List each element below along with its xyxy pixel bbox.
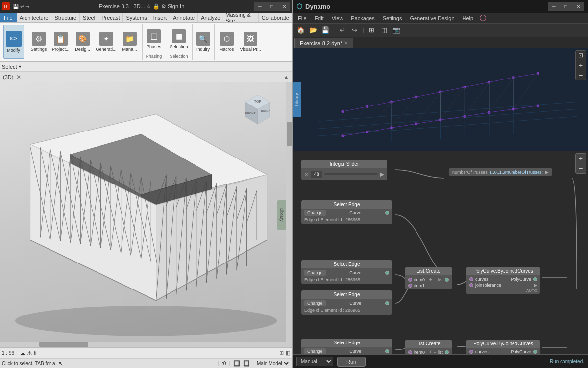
connection-lines xyxy=(293,151,588,354)
zoom-in-btn[interactable]: + xyxy=(576,60,586,70)
tab-analyze[interactable]: Analyze xyxy=(198,13,223,22)
select-edge-4-node[interactable]: Select Edge Change Curve Edge of Element… xyxy=(301,339,392,354)
settings-btn[interactable]: ⚙ Settings xyxy=(28,31,49,53)
save-btn[interactable]: 💾 xyxy=(13,4,19,9)
view-scroll-right[interactable] xyxy=(286,82,292,347)
menu-settings[interactable]: Settings xyxy=(379,14,406,22)
dynamo-file-tab[interactable]: Exercise-8.2.dyn* ✕ xyxy=(294,38,353,48)
selection-btn[interactable]: ▦ Selection xyxy=(168,25,190,53)
minimize-btn[interactable]: ─ xyxy=(254,2,266,11)
manage-btn[interactable]: 📁 Mana... xyxy=(120,31,140,53)
slider-collapse-icon[interactable]: ⊙ xyxy=(304,171,309,178)
integer-slider-node[interactable]: Integer Slider ⊙ 40 ▶ xyxy=(301,160,387,180)
phases-btn[interactable]: ◫ Phases xyxy=(145,25,163,53)
canvas-zoom-in-btn[interactable]: + xyxy=(576,154,586,163)
dynamo-library-tab[interactable]: Library xyxy=(293,82,301,117)
model-selector[interactable]: Main Model xyxy=(255,360,290,367)
select-dropdown[interactable]: ▾ xyxy=(19,64,21,69)
modify-btn[interactable]: ✏ Modify xyxy=(3,25,24,59)
view-scroll-down[interactable] xyxy=(0,342,286,347)
select-edge-2-node[interactable]: Select Edge Change Curve Edge of Element… xyxy=(301,260,392,284)
library-tab[interactable]: Library xyxy=(277,200,286,230)
run-button[interactable]: Run xyxy=(337,357,366,367)
tab-insert[interactable]: Insert xyxy=(150,13,171,22)
menu-generative-design[interactable]: Generative Design xyxy=(406,14,458,22)
menu-help[interactable]: Help xyxy=(459,14,477,22)
toolbar-sep2: | xyxy=(363,27,364,33)
view-scroll-up[interactable]: ▲ xyxy=(283,74,289,80)
change-btn-4[interactable]: Change xyxy=(304,348,326,354)
tab-close-btn[interactable]: ✕ xyxy=(344,40,348,46)
select-edge-1-node[interactable]: Select Edge Change Curve Edge of Element… xyxy=(301,200,392,224)
toolbar-redo-btn[interactable]: ↪ xyxy=(349,25,360,36)
nav-cube[interactable]: TOP FRONT RIGHT xyxy=(238,90,277,129)
redo-btn[interactable]: ↪ xyxy=(25,4,29,9)
minus-btn[interactable]: - xyxy=(434,277,436,282)
tab-file[interactable]: File xyxy=(0,13,17,22)
tab-architecture[interactable]: Architecture xyxy=(17,13,52,22)
tab-structure[interactable]: Structure xyxy=(51,13,80,22)
change-btn-2[interactable]: Change xyxy=(304,270,326,276)
polycurve-1-node[interactable]: PolyCurve.ByJoinedCurves curves PolyCurv… xyxy=(466,267,540,294)
toolbar-preview-btn[interactable]: ◫ xyxy=(379,25,390,36)
canvas-zoom-out-btn[interactable]: − xyxy=(576,163,586,173)
tab-systems[interactable]: Systems xyxy=(123,13,150,22)
menu-view[interactable]: View xyxy=(328,14,347,22)
visual-pr-btn[interactable]: 🖼 Visual Pr... xyxy=(238,31,263,53)
slider-track[interactable] xyxy=(324,173,378,175)
cloud-icon[interactable]: ☁ xyxy=(20,350,25,357)
view-close-btn[interactable]: ✕ xyxy=(16,74,21,80)
tab-annotate[interactable]: Annotate xyxy=(170,13,198,22)
toolbar-home-btn[interactable]: 🏠 xyxy=(295,25,306,36)
menu-edit[interactable]: Edit xyxy=(311,14,327,22)
slider-value: 40 xyxy=(311,171,322,178)
plus-btn-2[interactable]: + xyxy=(429,349,432,354)
toolbar-undo-btn[interactable]: ↩ xyxy=(337,25,348,36)
project-btn[interactable]: 📋 Project... xyxy=(50,31,72,53)
wireframe-btn[interactable]: ◧ xyxy=(285,350,290,356)
toolbar-layout-btn[interactable]: ⊞ xyxy=(367,25,377,36)
tab-massing[interactable]: Massing & Site xyxy=(223,13,258,22)
zoom-fit-btn[interactable]: ⊡ xyxy=(576,51,586,60)
toolbar-open-btn[interactable]: 📂 xyxy=(308,25,318,36)
svg-line-116 xyxy=(514,74,538,109)
generative-btn[interactable]: ✦ Generati... xyxy=(94,31,119,53)
dynamo-node-canvas[interactable]: Integer Slider ⊙ 40 ▶ numberOfTrusses 1.… xyxy=(293,151,588,354)
inquiry-btn[interactable]: 🔍 Inquiry xyxy=(195,25,212,59)
grid-btn[interactable]: ⊞ xyxy=(279,350,284,356)
toolbar-camera-btn[interactable]: 📷 xyxy=(391,25,402,36)
dynamo-minimize-btn[interactable]: ─ xyxy=(548,2,560,11)
dynamo-notification-icon[interactable]: ⓘ xyxy=(480,14,486,23)
dynamo-maximize-btn[interactable]: □ xyxy=(560,2,572,11)
minus-btn-2[interactable]: - xyxy=(434,349,436,354)
menu-file[interactable]: File xyxy=(294,14,310,22)
list-create-2-node[interactable]: List.Create item0 + - list xyxy=(405,340,452,354)
tab-precast[interactable]: Precast xyxy=(98,13,123,22)
change-btn-3[interactable]: Change xyxy=(304,300,326,306)
tab-steel[interactable]: Steel xyxy=(80,13,98,22)
tab-collaborate[interactable]: Collaborate xyxy=(259,13,292,22)
run-mode-selector[interactable]: Manual Automatic xyxy=(296,357,333,366)
change-btn-1[interactable]: Change xyxy=(304,210,326,216)
info-icon[interactable]: ℹ xyxy=(34,350,36,357)
list-create-1-node[interactable]: List.Create item0 + - list item1 xyxy=(405,267,452,289)
zoom-out-btn[interactable]: − xyxy=(576,70,586,80)
select-edge-3-node[interactable]: Select Edge Change Curve Edge of Element… xyxy=(301,290,392,315)
tol-port-in xyxy=(469,283,473,287)
undo-btn[interactable]: ↩ xyxy=(20,4,24,9)
slider-right-arrow[interactable]: ▶ xyxy=(380,171,384,178)
svg-line-114 xyxy=(465,82,489,117)
design-btn[interactable]: 🎨 Desig... xyxy=(73,31,93,53)
item0-port-in xyxy=(408,278,412,282)
3d-viewport[interactable]: TOP FRONT RIGHT Library xyxy=(0,82,292,347)
warn-icon[interactable]: ⚠ xyxy=(27,350,32,357)
dynamo-close-btn[interactable]: ✕ xyxy=(572,2,584,11)
close-btn[interactable]: ✕ xyxy=(278,2,290,11)
macros-btn[interactable]: ⬡ Macros xyxy=(217,31,237,53)
menu-packages[interactable]: Packages xyxy=(347,14,378,22)
maximize-btn[interactable]: □ xyxy=(266,2,278,11)
toolbar-save-btn[interactable]: 💾 xyxy=(320,25,331,36)
dynamo-3d-preview[interactable]: ⊡ + − Library xyxy=(293,48,588,151)
polycurve-2-node[interactable]: PolyCurve.ByJoinedCurves curves PolyCurv… xyxy=(466,340,540,354)
plus-btn[interactable]: + xyxy=(429,277,432,282)
